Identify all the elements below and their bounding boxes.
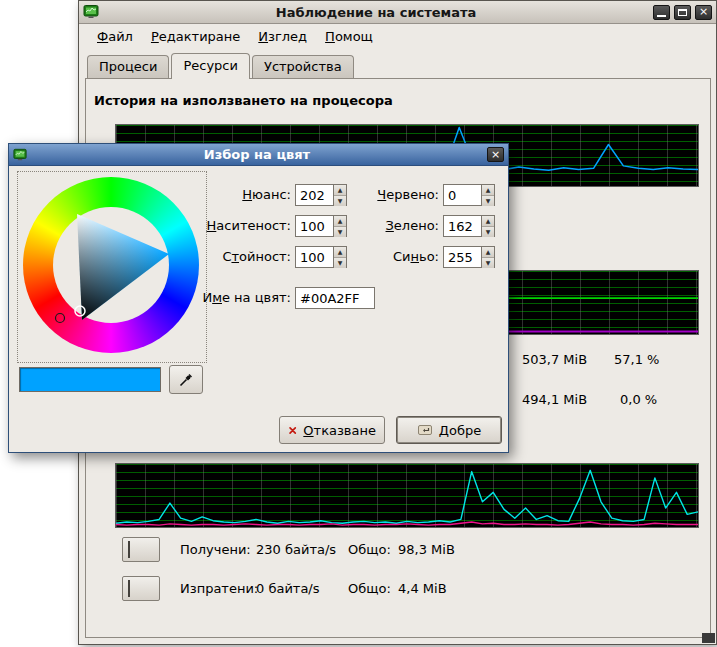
eyedropper-button[interactable] xyxy=(169,365,203,394)
dialog-body: Нюанс: 202 ▲▼ Наситеност: 100 ▲▼ Стойнос… xyxy=(9,166,508,452)
received-total: 98,3 MiB xyxy=(398,542,455,557)
main-titlebar[interactable]: Наблюдение на системата × xyxy=(79,1,716,24)
received-color-swatch xyxy=(128,541,130,558)
received-total-label: Общо: xyxy=(348,542,391,557)
color-picker-dialog: Избор на цвят × xyxy=(8,143,509,453)
minimize-icon xyxy=(657,15,666,17)
blue-step-up[interactable]: ▲ xyxy=(482,247,494,257)
value-spinbox[interactable]: 100 ▲▼ xyxy=(295,246,347,268)
saturation-label: Наситеност: xyxy=(199,218,291,233)
network-received-row: Получени: 230 байта/s Общо: 98,3 MiB xyxy=(122,536,542,562)
dialog-title: Избор на цвят xyxy=(31,147,483,162)
cpu-history-heading: История на използването на процесора xyxy=(94,93,393,108)
value-label: Стойност: xyxy=(199,249,291,264)
blue-value[interactable]: 255 xyxy=(444,247,481,267)
ok-button-label: Добре xyxy=(439,423,481,438)
saturation-value[interactable]: 100 xyxy=(296,216,333,236)
resize-grip[interactable] xyxy=(702,633,715,643)
tab-processes[interactable]: Процеси xyxy=(87,55,169,78)
red-step-up[interactable]: ▲ xyxy=(482,185,494,195)
cancel-button[interactable]: Отказване xyxy=(279,416,385,444)
value-step-up[interactable]: ▲ xyxy=(334,247,346,257)
color-name-label: Име на цвят: xyxy=(199,290,291,305)
hue-spinbox[interactable]: 202 ▲▼ xyxy=(295,184,347,206)
green-step-down[interactable]: ▼ xyxy=(482,226,494,237)
hue-value[interactable]: 202 xyxy=(296,185,333,205)
sent-total: 4,4 MiB xyxy=(398,581,447,596)
blue-label: Синьо: xyxy=(347,249,439,264)
memory-used-percent: 57,1 % xyxy=(614,352,659,367)
green-step-up[interactable]: ▲ xyxy=(482,216,494,226)
eyedropper-icon xyxy=(178,372,194,388)
green-spinbox[interactable]: 162 ▲▼ xyxy=(443,215,495,237)
hue-step-down[interactable]: ▼ xyxy=(334,195,346,206)
dialog-close-button[interactable]: × xyxy=(487,147,504,162)
color-name-input[interactable] xyxy=(295,287,375,309)
hsv-triangle[interactable] xyxy=(23,177,199,353)
received-label: Получени: xyxy=(180,542,251,557)
close-button[interactable]: × xyxy=(695,5,712,20)
minimize-button[interactable] xyxy=(653,5,670,20)
value-step-down[interactable]: ▼ xyxy=(334,257,346,268)
red-label: Червено: xyxy=(347,187,439,202)
red-step-down[interactable]: ▼ xyxy=(482,195,494,206)
swap-used-percent: 0,0 % xyxy=(620,392,657,407)
menu-edit[interactable]: Редактиране xyxy=(143,26,248,47)
saturation-step-up[interactable]: ▲ xyxy=(334,216,346,226)
sent-rate: 0 байта/s xyxy=(256,581,320,596)
network-sent-row: Изпратени: 0 байта/s Общо: 4,4 MiB xyxy=(122,575,542,601)
system-monitor-icon xyxy=(83,4,99,20)
hue-label: Нюанс: xyxy=(199,187,291,202)
saturation-step-down[interactable]: ▼ xyxy=(334,226,346,237)
color-preview xyxy=(19,367,161,392)
dialog-titlebar[interactable]: Избор на цвят × xyxy=(9,144,508,166)
sent-color-button[interactable] xyxy=(122,576,160,601)
red-value[interactable]: 0 xyxy=(444,185,481,205)
network-history-chart xyxy=(115,463,699,528)
received-rate: 230 байта/s xyxy=(256,542,336,557)
ok-button[interactable]: Добре xyxy=(396,416,502,444)
green-label: Зелено: xyxy=(347,218,439,233)
blue-spinbox[interactable]: 255 ▲▼ xyxy=(443,246,495,268)
menubar: Файл Редактиране Изглед Помощ xyxy=(79,24,716,48)
green-value[interactable]: 162 xyxy=(444,216,481,236)
saturation-spinbox[interactable]: 100 ▲▼ xyxy=(295,215,347,237)
notebook-tabs: Процеси Ресурси Устройства xyxy=(79,52,356,78)
hue-marker[interactable] xyxy=(56,314,65,323)
tab-devices[interactable]: Устройства xyxy=(252,55,354,78)
maximize-icon xyxy=(678,9,687,16)
red-spinbox[interactable]: 0 ▲▼ xyxy=(443,184,495,206)
cancel-icon xyxy=(288,423,297,438)
received-color-button[interactable] xyxy=(122,537,160,562)
maximize-button[interactable] xyxy=(674,5,691,20)
blue-step-down[interactable]: ▼ xyxy=(482,257,494,268)
dialog-icon xyxy=(13,148,27,162)
menu-file[interactable]: Файл xyxy=(89,26,141,47)
cancel-button-label: Отказване xyxy=(303,423,376,438)
memory-used-value: 503,7 MiB xyxy=(522,352,587,367)
sent-color-swatch xyxy=(128,580,130,597)
value-value[interactable]: 100 xyxy=(296,247,333,267)
menu-view[interactable]: Изглед xyxy=(250,26,315,47)
color-wheel[interactable] xyxy=(17,171,207,363)
sent-total-label: Общо: xyxy=(348,581,391,596)
swap-used-value: 494,1 MiB xyxy=(522,392,587,407)
window-title: Наблюдение на системата xyxy=(103,5,649,20)
tab-resources[interactable]: Ресурси xyxy=(171,53,250,79)
ok-icon xyxy=(417,422,433,438)
sent-label: Изпратени: xyxy=(180,581,258,596)
hue-step-up[interactable]: ▲ xyxy=(334,185,346,195)
menu-help[interactable]: Помощ xyxy=(317,26,381,47)
